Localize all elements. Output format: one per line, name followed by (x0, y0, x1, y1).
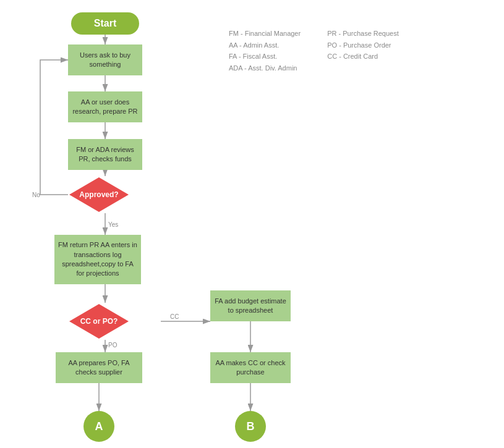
node-cc-purchase: AA makes CC or check purchase (210, 352, 291, 383)
legend-item-po: PO - Purchase Order (327, 40, 399, 51)
node-transactions-log-label: FM return PR AA enters in transactions l… (58, 240, 137, 279)
label-yes: Yes (108, 221, 118, 228)
flowchart: FM - Financial Manager AA - Admin Asst. … (0, 0, 504, 448)
legend-item-aa: AA - Admin Asst. (229, 40, 301, 51)
node-prepare-po: AA prepares PO, FA checks supplier (56, 352, 142, 383)
node-review-pr-label: FM or ADA reviews PR, checks funds (72, 145, 139, 164)
node-users-ask: Users ask to buy something (68, 44, 142, 75)
legend-item-ada: ADA - Asst. Div. Admin (229, 62, 301, 74)
diamond-cc-po: CC or PO? (68, 303, 130, 340)
legend-col2: PR - Purchase Request PO - Purchase Orde… (327, 28, 399, 62)
node-cc-purchase-label: AA makes CC or check purchase (214, 358, 287, 378)
terminal-b: B (235, 411, 266, 442)
start-node: Start (71, 12, 139, 35)
terminal-a-label: A (95, 420, 103, 433)
node-budget-estimate: FA add budget estimate to spreadsheet (210, 290, 291, 321)
node-prepare-po-label: AA prepares PO, FA checks supplier (59, 358, 139, 378)
node-research: AA or user does research, prepare PR (68, 91, 142, 122)
label-no: No (32, 192, 40, 198)
legend-item-pr: PR - Purchase Request (327, 28, 399, 40)
diamond-approved: Approved? (68, 176, 130, 213)
legend: FM - Financial Manager AA - Admin Asst. … (229, 28, 424, 74)
label-cc: CC (170, 313, 179, 320)
legend-col1: FM - Financial Manager AA - Admin Asst. … (229, 28, 301, 74)
terminal-b-label: B (247, 420, 255, 433)
diamond-approved-label: Approved? (68, 176, 130, 213)
legend-item-fm: FM - Financial Manager (229, 28, 301, 40)
node-users-ask-label: Users ask to buy something (72, 51, 139, 70)
node-transactions-log: FM return PR AA enters in transactions l… (54, 235, 141, 284)
diamond-cc-po-label: CC or PO? (68, 303, 130, 340)
legend-item-fa: FA - Fiscal Asst. (229, 51, 301, 62)
node-budget-estimate-label: FA add budget estimate to spreadsheet (214, 297, 287, 316)
node-review-pr: FM or ADA reviews PR, checks funds (68, 139, 142, 170)
node-research-label: AA or user does research, prepare PR (72, 98, 139, 117)
label-po: PO (108, 342, 117, 349)
start-label: Start (94, 18, 116, 29)
legend-item-cc: CC - Credit Card (327, 51, 399, 62)
terminal-a: A (83, 411, 114, 442)
